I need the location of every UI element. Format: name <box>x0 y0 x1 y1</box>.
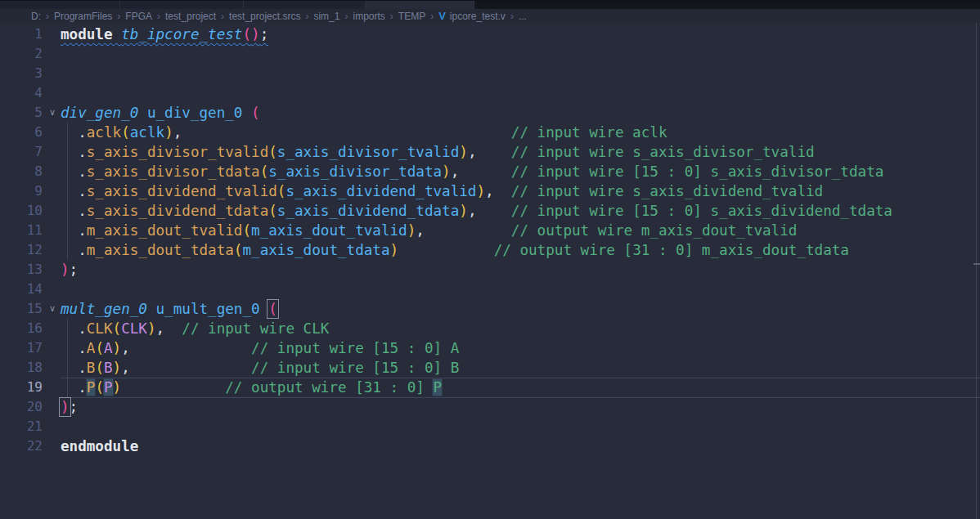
code-line-17[interactable]: 17 .A(A), // input wire [15 : 0] A <box>0 338 980 358</box>
code-line-3[interactable]: 3 <box>0 64 980 83</box>
line-number-1: 1 <box>0 25 61 44</box>
fold-chevron-down-icon[interactable]: ∨ <box>46 299 59 319</box>
code-line-14[interactable]: 14 <box>0 280 980 299</box>
code-line-12[interactable]: 12 .m_axis_dout_tdata(m_axis_dout_tdata)… <box>0 240 980 260</box>
scrollbar[interactable] <box>976 23 977 519</box>
breadcrumb-overflow[interactable]: ... <box>519 11 527 22</box>
token: // output wire m_axis_dout_tvalid <box>511 222 798 239</box>
tab-bar-empty-space <box>474 1 980 9</box>
code-text-13: ); <box>61 260 980 280</box>
code-line-21[interactable]: 21 <box>0 417 980 436</box>
token <box>476 203 510 219</box>
token: endmodule <box>61 438 138 454</box>
breadcrumb-file-name[interactable]: ipcore_test.v <box>450 11 506 22</box>
breadcrumb-separator: › <box>430 11 434 22</box>
code-line-22[interactable]: 22endmodule <box>0 436 980 456</box>
line-number-18: 18 <box>0 358 61 378</box>
token: . <box>61 320 87 337</box>
code-line-7[interactable]: 7 .s_axis_divisor_tvalid(s_axis_divisor_… <box>0 142 980 162</box>
token: . <box>61 222 87 239</box>
code-line-9[interactable]: 9 .s_axis_dividend_tvalid(s_axis_dividen… <box>0 181 980 201</box>
code-text-3 <box>61 64 980 83</box>
code-line-1[interactable]: 1module tb_ipcore_test(); <box>0 25 980 44</box>
breadcrumb-item-test-project[interactable]: test_project <box>165 11 216 22</box>
code-line-2[interactable]: 2 <box>0 44 980 64</box>
code-editor[interactable]: 1module tb_ipcore_test();2345∨div_gen_0 … <box>0 23 980 519</box>
token: ( <box>268 203 277 219</box>
token: s_axis_divisor_tdata <box>87 163 260 180</box>
token: ) <box>390 242 399 258</box>
tab-3[interactable] <box>244 1 366 9</box>
fold-chevron-down-icon[interactable]: ∨ <box>46 103 59 123</box>
token: div_gen_0 <box>61 105 138 121</box>
token: // input wire aclk <box>511 124 668 141</box>
token: // input wire [15 : 0] A <box>251 340 459 356</box>
tab-1[interactable] <box>0 1 120 9</box>
breadcrumb-item-imports[interactable]: imports <box>353 11 384 22</box>
breadcrumb-item-sim-1[interactable]: sim_1 <box>313 11 339 22</box>
code-line-5[interactable]: 5∨div_gen_0 u_div_gen_0 ( <box>0 103 980 123</box>
line-number-11: 11 <box>0 221 61 240</box>
token: , <box>416 222 425 239</box>
code-line-10[interactable]: 10 .s_axis_dividend_tdata(s_axis_dividen… <box>0 201 980 221</box>
code-line-6[interactable]: 6 .aclk(aclk), // input wire aclk <box>0 123 980 142</box>
breadcrumb-item-programfiles[interactable]: ProgramFiles <box>54 11 112 22</box>
line-number-4: 4 <box>0 83 61 103</box>
occurrence-highlight: P <box>87 379 96 396</box>
code-line-19[interactable]: 19 .P(P) // output wire [31 : 0] P <box>0 378 980 397</box>
breadcrumb-separator: › <box>510 11 514 22</box>
code-line-4[interactable]: 4 <box>0 83 980 103</box>
token: . <box>61 242 87 258</box>
token <box>130 340 251 356</box>
token: ( <box>251 105 260 121</box>
line-number-2: 2 <box>0 44 61 64</box>
line-number-13: 13 <box>0 260 61 280</box>
token: , <box>121 340 130 356</box>
tab-4-active[interactable] <box>366 1 474 9</box>
code-line-8[interactable]: 8 .s_axis_divisor_tdata(s_axis_divisor_t… <box>0 162 980 181</box>
line-number-21: 21 <box>0 417 61 436</box>
token <box>130 360 251 376</box>
token: ) <box>113 379 122 396</box>
line-number-8: 8 <box>0 162 61 181</box>
breadcrumb-item-d-[interactable]: D: <box>31 11 41 22</box>
line-number-3: 3 <box>0 64 61 83</box>
breadcrumb-item-fpga[interactable]: FPGA <box>125 11 152 22</box>
token <box>476 144 510 160</box>
token: . <box>61 340 87 356</box>
code-text-5: div_gen_0 u_div_gen_0 ( <box>61 103 980 123</box>
token <box>182 124 511 141</box>
token: u_div_gen_0 <box>138 105 251 121</box>
token: ) <box>113 340 122 356</box>
breadcrumb-item-temp[interactable]: TEMP <box>398 11 425 22</box>
token: ) <box>251 26 260 43</box>
token: ; <box>260 26 269 43</box>
token: , <box>451 163 460 180</box>
token <box>425 222 511 239</box>
token: ( <box>234 242 243 258</box>
token: A <box>104 340 113 356</box>
token: m_axis_dout_tvalid <box>87 222 243 239</box>
code-text-21 <box>61 417 980 436</box>
token: . <box>61 124 87 141</box>
token: ( <box>268 301 277 317</box>
code-text-22: endmodule <box>61 436 980 456</box>
token: CLK <box>121 320 147 337</box>
token: aclk <box>130 124 164 141</box>
token: ) <box>407 222 416 239</box>
token: , <box>468 144 477 160</box>
code-line-16[interactable]: 16 .CLK(CLK), // input wire CLK <box>0 319 980 338</box>
code-line-15[interactable]: 15∨mult_gen_0 u_mult_gen_0 ( <box>0 299 980 319</box>
code-line-11[interactable]: 11 .m_axis_dout_tvalid(m_axis_dout_tvali… <box>0 221 980 240</box>
code-line-13[interactable]: 13); <box>0 260 980 280</box>
code-text-6: .aclk(aclk), // input wire aclk <box>61 123 980 142</box>
token <box>494 183 511 199</box>
breadcrumb-item-test-project-srcs[interactable]: test_project.srcs <box>229 11 300 22</box>
code-line-18[interactable]: 18 .B(B), // input wire [15 : 0] B <box>0 358 980 378</box>
token: tb_ipcore_test <box>121 26 242 43</box>
token <box>459 163 511 180</box>
token: m_axis_dout_tdata <box>242 242 389 258</box>
code-line-20[interactable]: 20); <box>0 397 980 417</box>
token: s_axis_dividend_tdata <box>277 203 459 219</box>
tab-2[interactable] <box>120 1 244 9</box>
